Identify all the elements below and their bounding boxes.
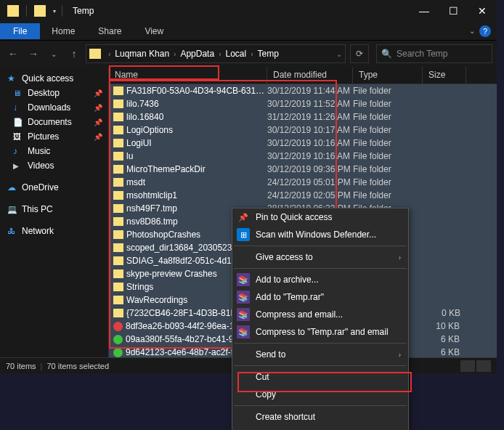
pin-icon: 📌 (94, 104, 102, 112)
file-row[interactable]: lu30/12/2019 10:16 AMFile folder (109, 150, 497, 163)
breadcrumb-item[interactable]: Luqman Khan (113, 49, 171, 59)
sidebar-item-onedrive[interactable]: OneDrive (0, 180, 108, 195)
column-type[interactable]: Type (353, 67, 423, 84)
close-button[interactable]: ✕ (468, 0, 497, 22)
ctx-label: Copy (256, 389, 276, 399)
ctx-pin-quick-access[interactable]: Pin to Quick access (232, 208, 408, 226)
file-icon (113, 309, 123, 317)
chevron-down-icon[interactable]: ⌄ (336, 50, 342, 58)
tab-file[interactable]: File (0, 23, 40, 39)
ctx-give-access[interactable]: Give access to› (232, 248, 408, 266)
sidebar-item-quick-access[interactable]: Quick access (0, 71, 108, 86)
file-row[interactable]: msohtmlclip124/12/2019 02:05 PMFile fold… (109, 189, 497, 202)
ctx-add-archive[interactable]: Add to archive... (232, 271, 408, 288)
sidebar-item-videos[interactable]: Videos (0, 158, 108, 173)
ribbon-tabs: File Home Share View ⌄ ? (0, 22, 497, 41)
ctx-create-shortcut[interactable]: Create shortcut (232, 408, 408, 426)
file-row[interactable]: msdt24/12/2019 05:01 PMFile folder (109, 176, 497, 189)
ctx-label: Send to (256, 349, 285, 360)
chevron-down-icon[interactable]: ▾ (53, 8, 56, 15)
sidebar-label: Documents (28, 117, 72, 127)
tab-share[interactable]: Share (86, 23, 133, 39)
file-icon (113, 191, 123, 200)
sidebar-item-documents[interactable]: Documents📌 (0, 115, 108, 129)
column-name[interactable]: Name (109, 67, 267, 84)
minimize-button[interactable]: — (410, 0, 439, 22)
file-type: File folder (353, 190, 423, 200)
sidebar-label: Music (28, 146, 50, 156)
file-row[interactable]: MicroThemePackDir30/12/2019 09:36 PMFile… (109, 163, 497, 176)
file-name: lilo.7436 (126, 99, 267, 109)
file-row[interactable]: FA318F00-53A0-4D34-94CB-6317B36686...30/… (109, 84, 497, 97)
search-input[interactable]: 🔍 Search Temp (376, 44, 492, 63)
ctx-delete[interactable]: Delete (232, 426, 408, 430)
address-bar[interactable]: › Luqman Khan › AppData › Local › Temp ⌄ (86, 44, 346, 63)
ctx-copy[interactable]: Copy (232, 386, 408, 403)
separator (234, 405, 407, 406)
file-row[interactable]: lilo.1684031/12/2019 11:26 AMFile folder (109, 110, 497, 123)
tab-home[interactable]: Home (40, 23, 86, 39)
sidebar-item-desktop[interactable]: Desktop📌 (0, 86, 108, 100)
sidebar-item-this-pc[interactable]: This PC (0, 202, 108, 216)
column-size[interactable]: Size (423, 67, 466, 84)
sidebar-item-downloads[interactable]: Downloads📌 (0, 100, 108, 115)
up-button[interactable]: ↑ (65, 45, 83, 62)
file-row[interactable]: LogiOptions30/12/2019 10:17 AMFile folde… (109, 123, 497, 137)
breadcrumb-item[interactable]: AppData (179, 49, 216, 59)
file-type: File folder (353, 177, 423, 187)
file-icon (113, 217, 123, 226)
ctx-scan-defender[interactable]: Scan with Windows Defender... (232, 226, 408, 243)
ctx-cut[interactable]: Cut (232, 368, 408, 386)
sidebar-item-music[interactable]: Music (0, 144, 108, 158)
ctx-label: Compress to "Temp.rar" and email (256, 327, 389, 337)
file-icon (113, 139, 123, 147)
file-icon (113, 113, 123, 121)
file-icon (113, 178, 123, 187)
cloud-icon (7, 182, 17, 192)
file-icon (113, 296, 123, 304)
pictures-icon (13, 131, 23, 142)
ctx-send-to[interactable]: Send to› (232, 346, 408, 363)
sidebar-item-pictures[interactable]: Pictures📌 (0, 129, 108, 144)
chevron-right-icon: › (248, 50, 256, 58)
separator (26, 5, 27, 17)
file-icon (113, 126, 123, 134)
ctx-compress-temp-email[interactable]: Compress to "Temp.rar" and email (232, 323, 408, 341)
file-icon (113, 283, 123, 291)
sidebar-item-network[interactable]: Network (0, 224, 108, 238)
file-name: lu (126, 151, 267, 161)
file-type: File folder (353, 99, 423, 109)
refresh-button[interactable]: ⟳ (350, 44, 369, 63)
back-button[interactable]: ← (4, 45, 22, 62)
file-icon (113, 204, 123, 213)
ctx-label: Add to archive... (256, 275, 319, 285)
forward-button[interactable]: → (25, 45, 42, 62)
breadcrumb-item[interactable]: Temp (256, 49, 280, 59)
view-details-button[interactable] (460, 360, 475, 372)
file-row[interactable]: LogiUI30/12/2019 10:16 AMFile folder (109, 137, 497, 150)
pc-icon (7, 204, 17, 214)
history-dropdown[interactable]: ⌄ (45, 45, 62, 62)
maximize-button[interactable]: ☐ (439, 0, 468, 22)
column-date[interactable]: Date modified (267, 67, 353, 84)
sidebar-label: This PC (22, 204, 53, 214)
ctx-compress-email[interactable]: Compress and email... (232, 306, 408, 323)
tab-view[interactable]: View (133, 23, 175, 39)
sidebar-label: Pictures (28, 131, 59, 142)
archive-icon (237, 325, 250, 338)
file-icon (113, 335, 123, 344)
file-icon (113, 100, 123, 108)
ctx-add-temp-rar[interactable]: Add to "Temp.rar" (232, 288, 408, 306)
pin-icon: 📌 (94, 118, 102, 126)
file-row[interactable]: lilo.743630/12/2019 11:52 AMFile folder (109, 97, 497, 110)
help-icon[interactable]: ? (479, 25, 491, 37)
file-icon (113, 165, 123, 174)
view-large-button[interactable] (476, 360, 491, 372)
breadcrumb-item[interactable]: Local (224, 49, 248, 59)
titlebar: ▾ Temp — ☐ ✕ (0, 0, 497, 22)
sidebar-label: OneDrive (22, 182, 59, 192)
nav-bar: ← → ⌄ ↑ › Luqman Khan › AppData › Local … (0, 41, 497, 67)
file-size: 6 KB (422, 334, 466, 344)
file-icon (113, 86, 123, 95)
chevron-down-icon[interactable]: ⌄ (469, 27, 475, 35)
